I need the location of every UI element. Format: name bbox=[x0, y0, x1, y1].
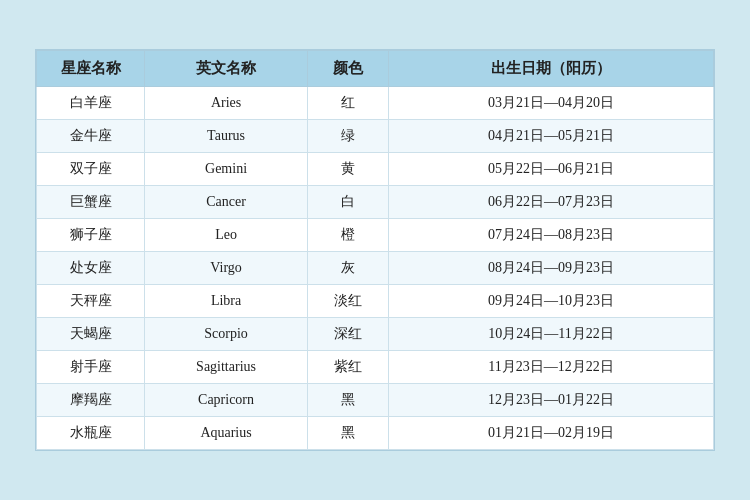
cell-color: 紫红 bbox=[307, 351, 388, 384]
header-english: 英文名称 bbox=[145, 51, 307, 87]
cell-date: 10月24日—11月22日 bbox=[389, 318, 714, 351]
cell-chinese: 天秤座 bbox=[37, 285, 145, 318]
cell-date: 08月24日—09月23日 bbox=[389, 252, 714, 285]
cell-date: 01月21日—02月19日 bbox=[389, 417, 714, 450]
cell-date: 07月24日—08月23日 bbox=[389, 219, 714, 252]
cell-chinese: 狮子座 bbox=[37, 219, 145, 252]
cell-date: 04月21日—05月21日 bbox=[389, 120, 714, 153]
table-row: 射手座Sagittarius紫红11月23日—12月22日 bbox=[37, 351, 714, 384]
cell-chinese: 双子座 bbox=[37, 153, 145, 186]
cell-english: Aries bbox=[145, 87, 307, 120]
cell-english: Gemini bbox=[145, 153, 307, 186]
cell-date: 05月22日—06月21日 bbox=[389, 153, 714, 186]
cell-date: 03月21日—04月20日 bbox=[389, 87, 714, 120]
cell-chinese: 摩羯座 bbox=[37, 384, 145, 417]
table-row: 水瓶座Aquarius黑01月21日—02月19日 bbox=[37, 417, 714, 450]
cell-english: Libra bbox=[145, 285, 307, 318]
table-row: 狮子座Leo橙07月24日—08月23日 bbox=[37, 219, 714, 252]
cell-chinese: 巨蟹座 bbox=[37, 186, 145, 219]
cell-date: 11月23日—12月22日 bbox=[389, 351, 714, 384]
cell-english: Cancer bbox=[145, 186, 307, 219]
zodiac-table-container: 星座名称 英文名称 颜色 出生日期（阳历） 白羊座Aries红03月21日—04… bbox=[35, 49, 715, 451]
cell-color: 红 bbox=[307, 87, 388, 120]
header-color: 颜色 bbox=[307, 51, 388, 87]
cell-color: 黑 bbox=[307, 384, 388, 417]
cell-chinese: 金牛座 bbox=[37, 120, 145, 153]
table-row: 巨蟹座Cancer白06月22日—07月23日 bbox=[37, 186, 714, 219]
table-row: 双子座Gemini黄05月22日—06月21日 bbox=[37, 153, 714, 186]
table-row: 摩羯座Capricorn黑12月23日—01月22日 bbox=[37, 384, 714, 417]
cell-chinese: 天蝎座 bbox=[37, 318, 145, 351]
cell-date: 12月23日—01月22日 bbox=[389, 384, 714, 417]
cell-chinese: 水瓶座 bbox=[37, 417, 145, 450]
cell-date: 06月22日—07月23日 bbox=[389, 186, 714, 219]
cell-color: 白 bbox=[307, 186, 388, 219]
zodiac-table: 星座名称 英文名称 颜色 出生日期（阳历） 白羊座Aries红03月21日—04… bbox=[36, 50, 714, 450]
table-header-row: 星座名称 英文名称 颜色 出生日期（阳历） bbox=[37, 51, 714, 87]
header-chinese: 星座名称 bbox=[37, 51, 145, 87]
cell-english: Aquarius bbox=[145, 417, 307, 450]
table-row: 金牛座Taurus绿04月21日—05月21日 bbox=[37, 120, 714, 153]
cell-english: Virgo bbox=[145, 252, 307, 285]
cell-color: 灰 bbox=[307, 252, 388, 285]
cell-color: 淡红 bbox=[307, 285, 388, 318]
cell-english: Scorpio bbox=[145, 318, 307, 351]
cell-english: Capricorn bbox=[145, 384, 307, 417]
cell-english: Taurus bbox=[145, 120, 307, 153]
cell-chinese: 射手座 bbox=[37, 351, 145, 384]
cell-color: 深红 bbox=[307, 318, 388, 351]
cell-color: 黑 bbox=[307, 417, 388, 450]
header-date: 出生日期（阳历） bbox=[389, 51, 714, 87]
cell-color: 黄 bbox=[307, 153, 388, 186]
cell-english: Sagittarius bbox=[145, 351, 307, 384]
cell-chinese: 白羊座 bbox=[37, 87, 145, 120]
cell-chinese: 处女座 bbox=[37, 252, 145, 285]
cell-english: Leo bbox=[145, 219, 307, 252]
table-body: 白羊座Aries红03月21日—04月20日金牛座Taurus绿04月21日—0… bbox=[37, 87, 714, 450]
table-row: 天秤座Libra淡红09月24日—10月23日 bbox=[37, 285, 714, 318]
cell-color: 绿 bbox=[307, 120, 388, 153]
table-row: 处女座Virgo灰08月24日—09月23日 bbox=[37, 252, 714, 285]
table-row: 天蝎座Scorpio深红10月24日—11月22日 bbox=[37, 318, 714, 351]
table-row: 白羊座Aries红03月21日—04月20日 bbox=[37, 87, 714, 120]
cell-date: 09月24日—10月23日 bbox=[389, 285, 714, 318]
cell-color: 橙 bbox=[307, 219, 388, 252]
